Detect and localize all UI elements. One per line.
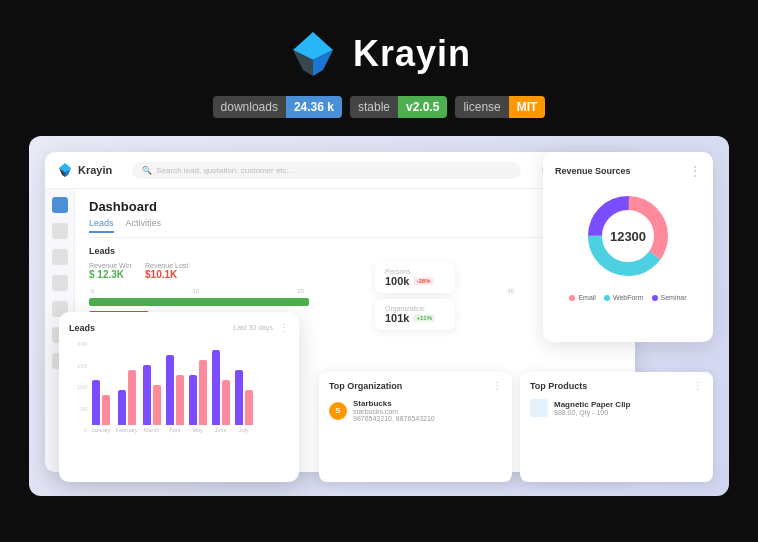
revenue-win-label: Revenue Win: [89, 262, 131, 269]
donut-chart: 12300: [578, 186, 678, 286]
revenue-sources-menu-icon[interactable]: ⋮: [689, 164, 701, 178]
org-website: starbucks.com: [353, 408, 435, 415]
product-image: [530, 399, 548, 417]
bar-pink-apr: [176, 375, 184, 425]
logo-row: Krayin: [287, 28, 471, 80]
downloads-badge: downloads 24.36 k: [213, 96, 342, 118]
license-value: MIT: [509, 96, 546, 118]
leads-menu-icon[interactable]: ⋮: [279, 322, 289, 333]
stable-value: v2.0.5: [398, 96, 447, 118]
bar-pair-jul: [235, 345, 253, 425]
mini-stats: Persons 100k -28% Organization 101k +11%: [375, 262, 455, 330]
revenue-win-value: $ 12.3K: [89, 269, 131, 280]
bar-pink-jan: [102, 395, 110, 425]
tab-activities[interactable]: Activities: [126, 218, 162, 233]
bar-purple-feb: [118, 390, 126, 425]
bar-july: July: [235, 345, 253, 433]
email-label: Email: [578, 294, 596, 301]
bar-pair-may: [189, 345, 207, 425]
bar-january: January: [91, 345, 111, 433]
stable-label: stable: [350, 96, 398, 118]
bar-row-win: [89, 298, 621, 306]
search-placeholder: Search lead, quotation, customer etc...: [156, 166, 293, 175]
org-card-menu-icon[interactable]: ⋮: [492, 380, 502, 391]
bar-may: May: [189, 345, 207, 433]
revenue-sources-card: Revenue Sources ⋮ 12300: [543, 152, 713, 342]
month-jan: January: [91, 427, 111, 433]
sidebar-icon-mail[interactable]: [52, 275, 68, 291]
revenue-sources-title: Revenue Sources: [555, 166, 631, 176]
org-avatar-s: S: [329, 402, 347, 420]
org-badge: +11%: [413, 314, 435, 322]
month-jun: June: [215, 427, 227, 433]
bar-pair-apr: [166, 345, 184, 425]
month-apr: April: [169, 427, 180, 433]
bar-purple-jan: [92, 380, 100, 425]
products-card-title: Top Products: [530, 381, 587, 391]
product-price: $88.00, Qty - 100: [554, 409, 630, 416]
leads-chart-area: 200 150 100 50 0 January: [69, 337, 289, 437]
seminar-label: Seminar: [661, 294, 687, 301]
seminar-dot: [652, 295, 658, 301]
legend-email: Email: [569, 294, 596, 301]
downloads-value: 24.36 k: [286, 96, 342, 118]
persons-label: Persons: [385, 268, 445, 275]
leads-card: Leads Last 30 days ⋮ 200 150 100 50 0: [59, 312, 299, 482]
leads-bar-chart: January February March: [91, 337, 253, 437]
search-icon: 🔍: [142, 166, 152, 175]
logo-icon: [287, 28, 339, 80]
bar-pink-may: [199, 360, 207, 425]
org-name: Starbucks: [353, 399, 435, 408]
sidebar-icon-file[interactable]: [52, 249, 68, 265]
legend-seminar: Seminar: [652, 294, 687, 301]
bar-purple-apr: [166, 355, 174, 425]
webform-label: WebForm: [613, 294, 644, 301]
bar-pair-jan: [92, 345, 110, 425]
product-info: Magnetic Paper Clip $88.00, Qty - 100: [554, 400, 630, 416]
bar-april: April: [166, 345, 184, 433]
bar-pink-feb: [128, 370, 136, 425]
bar-pair-feb: [118, 345, 136, 425]
org-phone: 9876543210, 8876543210: [353, 415, 435, 422]
webform-dot: [604, 295, 610, 301]
leads-chart-title: Leads: [69, 323, 95, 333]
logo-text: Krayin: [353, 33, 471, 75]
revenue-stats: Revenue Win $ 12.3K Revenue Lost $10.1K: [89, 262, 621, 280]
bar-purple-jul: [235, 370, 243, 425]
persons-value: 100k: [385, 275, 409, 287]
app-logo: Krayin: [57, 162, 112, 178]
org-item-starbucks: S Starbucks starbucks.com 9876543210, 88…: [329, 399, 502, 422]
tabs: Leads Activities: [89, 218, 621, 238]
top-products-card: Top Products ⋮ Magnetic Paper Clip $88.0…: [520, 372, 713, 482]
bar-june: June: [212, 345, 230, 433]
bottom-cards: Top Organization ⋮ S Starbucks starbucks…: [319, 372, 713, 482]
org-value: 101k: [385, 312, 409, 324]
sidebar-icon-home[interactable]: [52, 197, 68, 213]
leads-card-header: Leads Last 30 days ⋮: [69, 322, 289, 333]
products-card-menu-icon[interactable]: ⋮: [693, 380, 703, 391]
tab-leads[interactable]: Leads: [89, 218, 114, 233]
bar-march: March: [143, 345, 161, 433]
license-badge: license MIT: [455, 96, 545, 118]
stable-badge: stable v2.0.5: [350, 96, 447, 118]
search-bar[interactable]: 🔍 Search lead, quotation, customer etc..…: [132, 162, 521, 179]
persons-badge: -28%: [413, 277, 433, 285]
app-logo-icon: [57, 162, 73, 178]
revenue-lost-value: $10.1K: [145, 269, 188, 280]
chart-x-labels: 0 10 20 30 40 50: [89, 288, 621, 294]
app-logo-text: Krayin: [78, 164, 112, 176]
bar-pink-jul: [245, 390, 253, 425]
donut-center-value: 12300: [610, 229, 646, 244]
product-name: Magnetic Paper Clip: [554, 400, 630, 409]
org-info: Starbucks starbucks.com 9876543210, 8876…: [353, 399, 435, 422]
month-mar: March: [144, 427, 159, 433]
month-jul: July: [239, 427, 249, 433]
org-card-header: Top Organization ⋮: [329, 380, 502, 391]
sidebar-icon-users[interactable]: [52, 223, 68, 239]
revenue-sources-header: Revenue Sources ⋮: [555, 164, 701, 178]
month-may: May: [192, 427, 202, 433]
revenue-lost-stat: Revenue Lost $10.1K: [145, 262, 188, 280]
bar-pink-jun: [222, 380, 230, 425]
product-item-clip: Magnetic Paper Clip $88.00, Qty - 100: [530, 399, 703, 417]
leads-subtitle: Last 30 days: [233, 324, 273, 331]
